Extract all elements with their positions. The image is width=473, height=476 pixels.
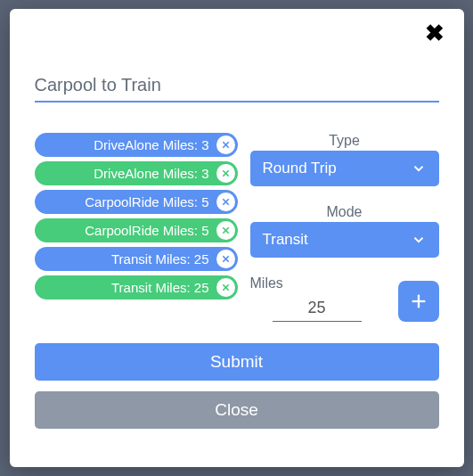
submit-button[interactable]: Submit bbox=[35, 343, 439, 381]
chip-label: CarpoolRide Miles: 5 bbox=[44, 194, 216, 209]
plus-icon bbox=[409, 291, 428, 311]
miles-input[interactable] bbox=[273, 295, 362, 322]
chip-label: DriveAlone Miles: 3 bbox=[44, 166, 216, 181]
mode-select-value: Transit bbox=[263, 231, 411, 249]
chip: DriveAlone Miles: 3 bbox=[35, 161, 238, 185]
mode-select[interactable]: Transit bbox=[250, 222, 439, 258]
close-icon[interactable]: ✖ bbox=[425, 21, 444, 45]
chip: Transit Miles: 25 bbox=[35, 275, 238, 300]
modal-dialog: ✖ DriveAlone Miles: 3DriveAlone Miles: 3… bbox=[10, 9, 464, 467]
type-label: Type bbox=[250, 133, 439, 149]
button-row: Submit Close bbox=[35, 343, 439, 429]
chip: CarpoolRide Miles: 5 bbox=[35, 190, 238, 214]
chip-remove-icon[interactable] bbox=[216, 135, 235, 154]
chip-remove-icon[interactable] bbox=[216, 164, 235, 183]
close-button[interactable]: Close bbox=[35, 391, 439, 429]
type-select[interactable]: Round Trip bbox=[250, 151, 439, 186]
miles-label: Miles bbox=[250, 275, 384, 291]
chevron-down-icon bbox=[411, 160, 427, 176]
chip-label: CarpoolRide Miles: 5 bbox=[44, 223, 216, 238]
chevron-down-icon bbox=[411, 232, 427, 248]
type-select-value: Round Trip bbox=[263, 160, 411, 177]
chip: Transit Miles: 25 bbox=[35, 247, 238, 271]
chip-remove-icon[interactable] bbox=[216, 193, 235, 211]
chip: DriveAlone Miles: 3 bbox=[35, 133, 238, 157]
chip-remove-icon[interactable] bbox=[216, 278, 235, 297]
miles-field: Miles bbox=[250, 275, 384, 322]
trip-title-input[interactable] bbox=[35, 73, 439, 103]
chip: CarpoolRide Miles: 5 bbox=[35, 218, 238, 242]
form-panel: Type Round Trip Mode Transit Miles bbox=[250, 133, 439, 322]
mode-label: Mode bbox=[250, 204, 439, 220]
chip-label: DriveAlone Miles: 3 bbox=[44, 137, 216, 152]
chip-label: Transit Miles: 25 bbox=[44, 251, 216, 267]
chip-remove-icon[interactable] bbox=[216, 221, 235, 240]
chip-list: DriveAlone Miles: 3DriveAlone Miles: 3Ca… bbox=[35, 133, 238, 322]
miles-row: Miles bbox=[250, 275, 439, 322]
modal-content: DriveAlone Miles: 3DriveAlone Miles: 3Ca… bbox=[35, 133, 439, 322]
add-button[interactable] bbox=[398, 281, 439, 322]
chip-remove-icon[interactable] bbox=[216, 250, 235, 268]
chip-label: Transit Miles: 25 bbox=[44, 280, 216, 295]
